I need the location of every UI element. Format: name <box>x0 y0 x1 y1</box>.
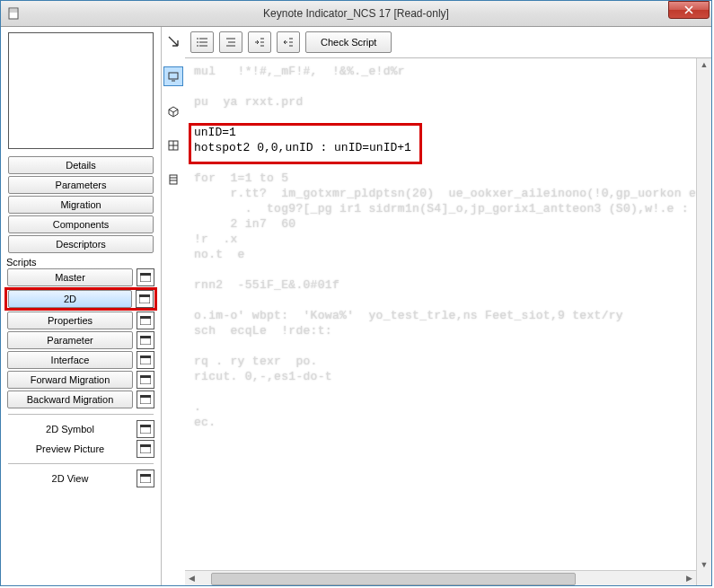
open-window-icon[interactable] <box>137 371 154 389</box>
svg-rect-8 <box>140 336 151 338</box>
svg-rect-16 <box>140 425 151 427</box>
svg-rect-18 <box>140 444 151 447</box>
svg-rect-6 <box>140 316 151 319</box>
indent-right-icon[interactable] <box>248 31 271 53</box>
app-window: Keynote Indicator_NCS 17 [Read-only] Det… <box>0 0 712 586</box>
script-forward-migration-button[interactable]: Forward Migration <box>7 371 133 389</box>
open-window-icon[interactable] <box>137 420 154 438</box>
descriptors-button[interactable]: Descriptors <box>8 235 154 253</box>
svg-rect-10 <box>140 355 151 358</box>
check-script-button[interactable]: Check Script <box>305 31 392 53</box>
film-icon[interactable] <box>164 171 182 189</box>
script-2d-button[interactable]: 2D <box>8 290 132 308</box>
components-button[interactable]: Components <box>8 215 154 233</box>
code-blur: o.im-o' wbpt: 'Kowa%' yo_test_trle,ns Fe… <box>194 309 623 338</box>
grid-icon[interactable] <box>164 136 182 154</box>
scroll-down-arrow-icon[interactable]: ▼ <box>701 558 709 571</box>
code-blur: . ec. <box>194 400 223 429</box>
open-window-icon[interactable] <box>137 331 154 349</box>
editor-toolbar: Check Script <box>185 27 711 57</box>
scroll-thumb[interactable] <box>211 573 576 585</box>
category-buttons: Details Parameters Migration Components … <box>1 156 161 255</box>
open-window-icon[interactable] <box>137 391 154 408</box>
open-window-icon[interactable] <box>136 290 154 308</box>
view-2d-symbol-button[interactable]: 2D Symbol <box>7 421 133 437</box>
code-blur: mul !*!#,_mF!#, !&%._e!d%r <box>194 65 405 78</box>
view-preview-picture-button[interactable]: Preview Picture <box>7 441 133 457</box>
open-window-icon[interactable] <box>137 351 154 369</box>
scripts-section-label: Scripts <box>1 255 161 268</box>
parameters-button[interactable]: Parameters <box>8 176 154 194</box>
script-row-interface: Interface <box>1 351 161 369</box>
code-blur: for 1=1 to 5 r.tt? im_gotxmr_pldptsn(20)… <box>194 171 711 261</box>
script-row-parameter: Parameter <box>1 331 161 349</box>
code-editor[interactable]: mul !*!#,_mF!#, !&%._e!d%r pu ya rxxt.pr… <box>185 58 711 570</box>
script-row-2d: 2D <box>4 287 157 311</box>
view-row-2d-view: 2D View <box>1 470 161 487</box>
horizontal-scrollbar[interactable]: ◀ ▶ <box>185 570 711 585</box>
view-row-preview-picture: Preview Picture <box>1 440 161 458</box>
open-window-icon[interactable] <box>137 470 154 487</box>
title-bar: Keynote Indicator_NCS 17 [Read-only] <box>1 1 711 27</box>
svg-rect-14 <box>140 395 151 398</box>
script-row-forward-migration: Forward Migration <box>1 371 161 389</box>
open-window-icon[interactable] <box>137 440 154 458</box>
migration-button[interactable]: Migration <box>8 196 154 214</box>
script-type-strip <box>162 27 185 585</box>
script-row-master: Master <box>1 268 161 286</box>
script-properties-button[interactable]: Properties <box>7 312 133 329</box>
code-blur: rnn2 -55iF_E&.0#01f <box>194 278 339 292</box>
close-button[interactable] <box>668 1 710 19</box>
screen-icon[interactable] <box>163 66 183 86</box>
code-blur: pu ya rxxt.prd <box>194 95 304 109</box>
code-highlight-box <box>189 123 422 164</box>
cube-icon[interactable] <box>164 102 182 120</box>
script-master-button[interactable]: Master <box>7 268 133 286</box>
scroll-right-arrow-icon[interactable]: ▶ <box>683 574 696 583</box>
script-backward-migration-button[interactable]: Backward Migration <box>7 391 133 408</box>
toolbar-btn-1[interactable] <box>190 31 214 53</box>
scroll-up-arrow-icon[interactable]: ▲ <box>701 58 709 71</box>
arrow-icon[interactable] <box>164 32 182 50</box>
separator <box>8 414 154 415</box>
window-title: Keynote Indicator_NCS 17 [Read-only] <box>1 7 711 20</box>
open-window-icon[interactable] <box>137 312 154 329</box>
view-2d-view-button[interactable]: 2D View <box>7 470 133 487</box>
svg-rect-21 <box>169 73 178 79</box>
left-panel: Details Parameters Migration Components … <box>1 27 162 585</box>
view-row-2d-symbol: 2D Symbol <box>1 420 161 438</box>
vertical-scrollbar[interactable]: ▲ ▼ <box>696 58 711 571</box>
app-icon <box>6 6 21 21</box>
separator <box>8 463 154 464</box>
preview-thumbnail <box>8 32 154 149</box>
svg-rect-12 <box>140 375 151 378</box>
svg-rect-4 <box>139 294 150 297</box>
toolbar-btn-2[interactable] <box>219 31 242 53</box>
svg-rect-26 <box>170 175 177 184</box>
code-blur: rq . ry texr po. ricut. 0,-,es1-do-t <box>194 355 332 383</box>
indent-left-icon[interactable] <box>277 31 300 53</box>
editor-wrap: mul !*!#,_mF!#, !&%._e!d%r pu ya rxxt.pr… <box>185 57 711 585</box>
scroll-track[interactable] <box>198 572 683 584</box>
right-container: Check Script mul !*!#,_mF!#, !&%._e!d%r … <box>162 27 711 585</box>
script-parameter-button[interactable]: Parameter <box>7 331 133 349</box>
svg-rect-2 <box>140 273 151 276</box>
scroll-left-arrow-icon[interactable]: ◀ <box>185 574 198 583</box>
open-window-icon[interactable] <box>137 268 154 286</box>
svg-rect-20 <box>140 474 151 477</box>
script-interface-button[interactable]: Interface <box>7 351 133 369</box>
scroll-corner <box>696 571 711 585</box>
script-row-properties: Properties <box>1 312 161 329</box>
window-body: Details Parameters Migration Components … <box>1 27 711 585</box>
right-body: Check Script mul !*!#,_mF!#, !&%._e!d%r … <box>162 27 711 585</box>
editor-area: Check Script mul !*!#,_mF!#, !&%._e!d%r … <box>185 27 711 585</box>
details-button[interactable]: Details <box>8 156 154 174</box>
script-row-backward-migration: Backward Migration <box>1 391 161 408</box>
